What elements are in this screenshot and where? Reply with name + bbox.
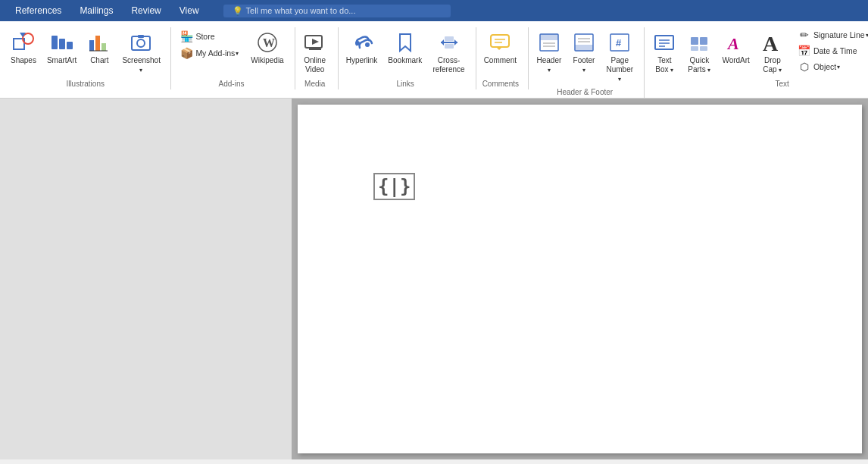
shapes-button[interactable]: Shapes bbox=[6, 27, 41, 74]
illustrations-items: Shapes SmartArt bbox=[6, 27, 164, 78]
left-panel bbox=[0, 99, 292, 459]
header-button[interactable]: Header ▾ bbox=[532, 27, 567, 77]
svg-rect-45 bbox=[700, 37, 707, 45]
page-number-button[interactable]: # PageNumber ▾ bbox=[601, 27, 638, 86]
wikipedia-button[interactable]: W Wikipedia bbox=[246, 27, 288, 74]
smartart-label: SmartArt bbox=[47, 56, 76, 65]
title-bar-tabs: References Mailings Review View bbox=[6, 0, 208, 21]
datetime-label: Date & Time bbox=[813, 46, 857, 55]
media-group-label: Media bbox=[298, 78, 332, 89]
header-icon bbox=[537, 30, 561, 55]
svg-rect-26 bbox=[491, 35, 509, 47]
comment-button[interactable]: Comment bbox=[479, 27, 521, 74]
my-addins-button[interactable]: 📦 My Add-ins ▾ bbox=[176, 45, 243, 61]
svg-rect-31 bbox=[540, 34, 558, 40]
comments-items: Comment bbox=[479, 27, 521, 78]
svg-point-18 bbox=[355, 41, 360, 45]
dropcap-label: DropCap ▾ bbox=[763, 56, 782, 74]
search-placeholder: Tell me what you want to do... bbox=[246, 6, 356, 15]
svg-rect-5 bbox=[67, 42, 73, 49]
store-label: Store bbox=[195, 32, 214, 41]
svg-rect-7 bbox=[95, 36, 100, 51]
object-button[interactable]: ⬡ Object ▾ bbox=[794, 59, 868, 74]
links-items: Hyperlink Bookmark bbox=[342, 27, 470, 78]
quick-parts-label: QuickParts ▾ bbox=[688, 56, 710, 74]
media-items: OnlineVideo bbox=[298, 27, 332, 78]
svg-rect-12 bbox=[138, 35, 144, 38]
search-bar[interactable]: 💡 Tell me what you want to do... bbox=[223, 5, 451, 17]
signature-line-dropdown: ▾ bbox=[866, 32, 868, 39]
hyperlink-button[interactable]: Hyperlink bbox=[342, 27, 382, 74]
wordart-icon: A bbox=[724, 30, 748, 55]
crossref-button[interactable]: Cross-reference bbox=[428, 27, 469, 77]
bookmark-icon bbox=[393, 30, 417, 55]
svg-marker-22 bbox=[454, 39, 457, 45]
my-addins-icon: 📦 bbox=[180, 47, 192, 59]
svg-marker-23 bbox=[441, 39, 444, 45]
page-number-label: PageNumber ▾ bbox=[606, 56, 633, 83]
signature-line-icon: ✏ bbox=[798, 29, 810, 41]
svg-rect-4 bbox=[59, 39, 65, 49]
store-button[interactable]: 🏪 Store bbox=[176, 29, 243, 44]
page-number-icon: # bbox=[607, 30, 632, 55]
tab-view[interactable]: View bbox=[170, 0, 208, 21]
chart-label: Chart bbox=[90, 56, 108, 65]
cursor-symbol: {|} bbox=[373, 173, 415, 200]
svg-rect-25 bbox=[445, 44, 454, 49]
addins-col: 🏪 Store 📦 My Add-ins ▾ bbox=[174, 27, 245, 62]
ribbon-group-addins: 🏪 Store 📦 My Add-ins ▾ W bbox=[171, 27, 295, 89]
title-bar: References Mailings Review View 💡 Tell m… bbox=[0, 0, 868, 21]
ribbon-content: Shapes SmartArt bbox=[3, 24, 865, 98]
textbox-icon bbox=[652, 30, 676, 55]
screenshot-label: Screenshot ▾ bbox=[122, 56, 160, 74]
quick-parts-icon bbox=[687, 30, 711, 55]
quick-parts-button[interactable]: QuickParts ▾ bbox=[682, 27, 716, 77]
bookmark-button[interactable]: Bookmark bbox=[383, 27, 426, 74]
signature-line-button[interactable]: ✏ Signature Line ▾ bbox=[794, 27, 868, 42]
svg-marker-27 bbox=[496, 47, 502, 50]
object-dropdown: ▾ bbox=[837, 64, 840, 71]
datetime-button[interactable]: 📅 Date & Time bbox=[794, 43, 868, 58]
svg-rect-24 bbox=[445, 36, 454, 41]
text-items: TextBox ▾ QuickParts ▾ bbox=[648, 27, 868, 78]
wikipedia-icon: W bbox=[255, 30, 279, 55]
shapes-label: Shapes bbox=[11, 56, 36, 65]
header-label: Header ▾ bbox=[536, 56, 562, 74]
tab-references[interactable]: References bbox=[6, 0, 70, 21]
smartart-button[interactable]: SmartArt bbox=[42, 27, 81, 74]
svg-text:A: A bbox=[726, 34, 739, 53]
footer-icon bbox=[572, 30, 596, 55]
lightbulb-icon: 💡 bbox=[233, 6, 243, 16]
ribbon-group-text: TextBox ▾ QuickParts ▾ bbox=[645, 27, 868, 89]
footer-button[interactable]: Footer ▾ bbox=[568, 27, 600, 77]
object-icon: ⬡ bbox=[798, 61, 810, 73]
screenshot-button[interactable]: Screenshot ▾ bbox=[117, 27, 164, 77]
svg-rect-6 bbox=[89, 40, 94, 51]
header-footer-group-label: Header & Footer bbox=[532, 86, 638, 98]
svg-text:W: W bbox=[263, 36, 275, 49]
svg-text:A: A bbox=[763, 32, 779, 54]
svg-marker-16 bbox=[312, 39, 319, 45]
textbox-button[interactable]: TextBox ▾ bbox=[648, 27, 681, 77]
svg-rect-8 bbox=[101, 43, 106, 51]
text-group-label: Text bbox=[648, 78, 868, 89]
tab-review[interactable]: Review bbox=[122, 0, 170, 21]
ribbon: Shapes SmartArt bbox=[0, 21, 868, 99]
wordart-label: WordArt bbox=[722, 56, 750, 65]
wordart-button[interactable]: A WordArt bbox=[717, 27, 754, 74]
svg-point-11 bbox=[137, 39, 145, 47]
svg-point-19 bbox=[365, 42, 370, 47]
chart-button[interactable]: Chart bbox=[83, 27, 116, 74]
svg-marker-20 bbox=[400, 34, 411, 51]
online-video-button[interactable]: OnlineVideo bbox=[298, 27, 332, 77]
document-area: {|} bbox=[0, 99, 868, 459]
dropcap-icon: A bbox=[760, 30, 785, 55]
online-video-icon bbox=[303, 30, 327, 55]
datetime-icon: 📅 bbox=[798, 45, 810, 57]
crossref-label: Cross-reference bbox=[432, 56, 464, 74]
dropcap-button[interactable]: A DropCap ▾ bbox=[756, 27, 789, 77]
ribbon-group-media: OnlineVideo Media bbox=[295, 27, 339, 89]
svg-rect-46 bbox=[691, 46, 698, 51]
store-icon: 🏪 bbox=[180, 30, 192, 42]
tab-mailings[interactable]: Mailings bbox=[70, 0, 122, 21]
